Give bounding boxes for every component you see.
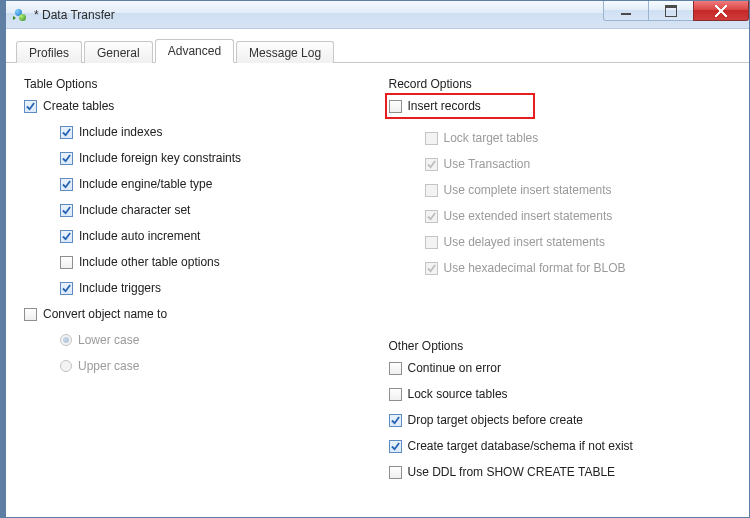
lower-case-radio: Lower case	[24, 331, 381, 349]
tab-general[interactable]: General	[84, 41, 153, 63]
delayed-insert-checkbox: Use delayed insert statements	[389, 233, 738, 251]
include-other-checkbox[interactable]: Include other table options	[24, 253, 381, 271]
table-options-title: Table Options	[24, 77, 381, 91]
checkbox-icon	[425, 210, 438, 223]
checkbox-label: Convert object name to	[43, 307, 167, 321]
checkbox-icon	[425, 262, 438, 275]
checkbox-label: Use extended insert statements	[444, 209, 613, 223]
checkbox-icon	[425, 236, 438, 249]
checkbox-label: Use delayed insert statements	[444, 235, 605, 249]
maximize-button[interactable]	[648, 1, 694, 21]
checkbox-label: Use Transaction	[444, 157, 531, 171]
checkbox-label: Use hexadecimal format for BLOB	[444, 261, 626, 275]
checkbox-label: Continue on error	[408, 361, 501, 375]
checkbox-label: Use DDL from SHOW CREATE TABLE	[408, 465, 616, 479]
checkbox-icon	[389, 388, 402, 401]
checkbox-label: Include foreign key constraints	[79, 151, 241, 165]
tab-advanced[interactable]: Advanced	[155, 39, 234, 63]
checkbox-icon	[425, 132, 438, 145]
include-indexes-checkbox[interactable]: Include indexes	[24, 123, 381, 141]
hex-blob-checkbox: Use hexadecimal format for BLOB	[389, 259, 738, 277]
create-db-checkbox[interactable]: Create target database/schema if not exi…	[389, 437, 738, 455]
table-options-group: Table Options Create tables Include inde…	[24, 77, 381, 503]
upper-case-radio: Upper case	[24, 357, 381, 375]
checkbox-label: Include triggers	[79, 281, 161, 295]
create-tables-checkbox[interactable]: Create tables	[24, 97, 381, 115]
include-engine-checkbox[interactable]: Include engine/table type	[24, 175, 381, 193]
checkbox-label: Include indexes	[79, 125, 162, 139]
close-button[interactable]	[693, 1, 749, 21]
tab-message-log[interactable]: Message Log	[236, 41, 334, 63]
extended-insert-checkbox: Use extended insert statements	[389, 207, 738, 225]
other-options-title: Other Options	[389, 339, 738, 353]
radio-icon	[60, 360, 72, 372]
checkbox-icon	[24, 308, 37, 321]
checkbox-icon	[389, 414, 402, 427]
radio-icon	[60, 334, 72, 346]
checkbox-label: Lock source tables	[408, 387, 508, 401]
checkbox-icon	[60, 230, 73, 243]
checkbox-label: Include character set	[79, 203, 190, 217]
use-ddl-checkbox[interactable]: Use DDL from SHOW CREATE TABLE	[389, 463, 738, 481]
include-triggers-checkbox[interactable]: Include triggers	[24, 279, 381, 297]
checkbox-icon	[425, 158, 438, 171]
app-icon	[12, 7, 28, 23]
use-transaction-checkbox: Use Transaction	[389, 155, 738, 173]
complete-insert-checkbox: Use complete insert statements	[389, 181, 738, 199]
checkbox-icon	[60, 126, 73, 139]
minimize-button[interactable]	[603, 1, 649, 21]
checkbox-label: Include auto increment	[79, 229, 200, 243]
checkbox-icon	[60, 178, 73, 191]
checkbox-icon	[60, 256, 73, 269]
checkbox-label: Include other table options	[79, 255, 220, 269]
checkbox-label: Include engine/table type	[79, 177, 212, 191]
checkbox-label: Lock target tables	[444, 131, 539, 145]
tab-bar: Profiles General Advanced Message Log	[6, 29, 749, 63]
checkbox-label: Insert records	[408, 99, 481, 113]
checkbox-label: Use complete insert statements	[444, 183, 612, 197]
checkbox-icon	[389, 440, 402, 453]
checkbox-label: Create tables	[43, 99, 114, 113]
window: * Data Transfer Profiles General Advance…	[0, 0, 750, 518]
record-options-title: Record Options	[389, 77, 738, 91]
checkbox-icon	[60, 204, 73, 217]
include-charset-checkbox[interactable]: Include character set	[24, 201, 381, 219]
tab-content: Table Options Create tables Include inde…	[6, 63, 749, 517]
checkbox-icon	[389, 100, 402, 113]
checkbox-label: Create target database/schema if not exi…	[408, 439, 633, 453]
checkbox-icon	[389, 362, 402, 375]
include-autoinc-checkbox[interactable]: Include auto increment	[24, 227, 381, 245]
continue-error-checkbox[interactable]: Continue on error	[389, 359, 738, 377]
right-column: Record Options Insert records Lock targe…	[381, 77, 738, 503]
insert-records-highlight: Insert records	[385, 93, 535, 119]
convert-name-checkbox[interactable]: Convert object name to	[24, 305, 381, 323]
window-controls	[604, 1, 749, 21]
checkbox-icon	[60, 152, 73, 165]
titlebar: * Data Transfer	[6, 1, 749, 29]
checkbox-icon	[389, 466, 402, 479]
lock-source-checkbox[interactable]: Lock source tables	[389, 385, 738, 403]
tab-profiles[interactable]: Profiles	[16, 41, 82, 63]
include-fk-checkbox[interactable]: Include foreign key constraints	[24, 149, 381, 167]
checkbox-label: Drop target objects before create	[408, 413, 583, 427]
drop-target-checkbox[interactable]: Drop target objects before create	[389, 411, 738, 429]
radio-label: Upper case	[78, 359, 139, 373]
insert-records-checkbox[interactable]: Insert records	[389, 97, 481, 115]
radio-label: Lower case	[78, 333, 139, 347]
checkbox-icon	[425, 184, 438, 197]
other-options-group: Other Options Continue on error Lock sou…	[389, 339, 738, 481]
lock-target-checkbox: Lock target tables	[389, 129, 738, 147]
checkbox-icon	[24, 100, 37, 113]
window-title: * Data Transfer	[34, 8, 115, 22]
record-options-group: Record Options Insert records Lock targe…	[389, 77, 738, 277]
checkbox-icon	[60, 282, 73, 295]
